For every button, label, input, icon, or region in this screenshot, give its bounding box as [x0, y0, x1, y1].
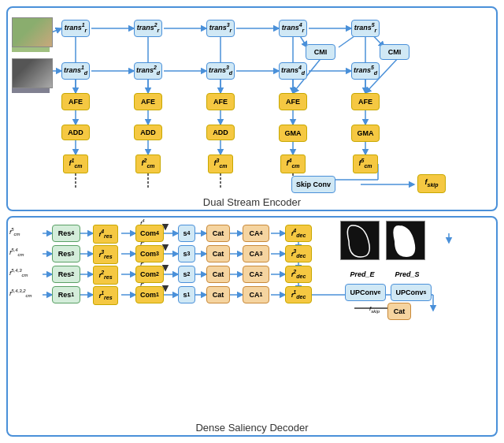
afe5: AFE — [351, 93, 380, 110]
fdec1: f1dec — [285, 286, 312, 303]
ca1: CA1 — [243, 286, 269, 303]
cat1: Cat — [206, 286, 230, 303]
ca3: CA3 — [243, 245, 269, 262]
res2: Res2 — [52, 266, 80, 283]
s4: s4 — [178, 225, 195, 242]
ca4: CA4 — [243, 225, 269, 242]
cat3: Cat — [206, 245, 230, 262]
com2: Com2 — [135, 266, 164, 283]
fcm4: f4cm — [280, 154, 306, 173]
add1: ADD — [61, 125, 90, 140]
encoder-section: trans1r trans2r trans3r trans4r trans5r … — [6, 6, 498, 211]
fdec2: f2dec — [285, 266, 312, 283]
fdec4: f4dec — [285, 225, 312, 242]
com4: Com4 — [135, 225, 164, 242]
cat-bottom: Cat — [387, 303, 411, 320]
trans5r: trans5r — [351, 20, 380, 37]
gma5: GMA — [351, 125, 380, 142]
trans3d: trans3d — [206, 62, 235, 80]
skip-conv: Skip Conv — [291, 176, 335, 193]
decoder-section: f5cm f5,4cm f5,4,3cm f5,4,3,2cm Res4 Res… — [6, 216, 498, 437]
fcm2: f2cm — [135, 154, 161, 173]
upconv-e: UPConve — [345, 284, 386, 301]
trans2d: trans2d — [134, 62, 162, 80]
trans1d: trans1d — [61, 62, 90, 80]
trans4r: trans4r — [279, 20, 307, 37]
pred-s: Pred_S — [387, 266, 427, 282]
fcm1: f1cm — [63, 154, 88, 173]
input-fcm5432: f5,4,3,2cm — [9, 289, 32, 298]
encoder-label: Dual Stream Encoder — [8, 196, 496, 208]
gma4: GMA — [279, 125, 307, 142]
add2: ADD — [134, 125, 162, 140]
input-fcm54: f5,4cm — [9, 248, 24, 257]
fres1: f1res — [93, 286, 118, 305]
upconv-s: UPConvs — [391, 284, 432, 301]
fskip-label: fskip — [369, 305, 380, 314]
cat4: Cat — [206, 225, 230, 242]
afe1: AFE — [61, 93, 90, 110]
input-fcm5: f5cm — [9, 227, 20, 236]
edge-map — [340, 221, 380, 260]
com3: Com3 — [135, 245, 164, 262]
depth-image — [12, 58, 53, 88]
res4: Res4 — [52, 225, 80, 242]
fres2: f2res — [93, 266, 118, 285]
pred-e: Pred_E — [343, 266, 382, 282]
trans1r: trans1r — [61, 20, 90, 37]
cat2: Cat — [206, 266, 230, 283]
ca2: CA2 — [243, 266, 269, 283]
trans2r: trans2r — [134, 20, 162, 37]
fcm3: f3cm — [208, 154, 233, 173]
s2: s2 — [178, 266, 195, 283]
s1: s1 — [178, 286, 195, 303]
saliency-map — [386, 221, 425, 260]
trans3r: trans3r — [206, 20, 235, 37]
fskip: fskip — [417, 174, 446, 193]
fdec3: f3dec — [285, 245, 312, 262]
decoder-label: Dense Saliency Decoder — [8, 422, 496, 434]
afe3: AFE — [206, 93, 235, 110]
trans5d: trans5d — [351, 62, 380, 80]
cmi1: CMI — [306, 44, 335, 60]
res3: Res3 — [52, 245, 80, 262]
rgb-image — [12, 17, 53, 47]
add3: ADD — [206, 125, 235, 140]
fres3: f3res — [93, 245, 118, 264]
cmi2: CMI — [380, 44, 410, 60]
com1: Com1 — [135, 286, 164, 303]
res1: Res1 — [52, 286, 80, 303]
trans4d: trans4d — [279, 62, 307, 80]
fcm5: f5cm — [353, 154, 378, 173]
s3: s3 — [178, 245, 195, 262]
fres4: f4res — [93, 225, 118, 244]
main-container: trans1r trans2r trans3r trans4r trans5r … — [0, 0, 504, 443]
afe2: AFE — [134, 93, 162, 110]
afe4: AFE — [279, 93, 307, 110]
input-fcm543: f5,4,3cm — [9, 268, 28, 277]
